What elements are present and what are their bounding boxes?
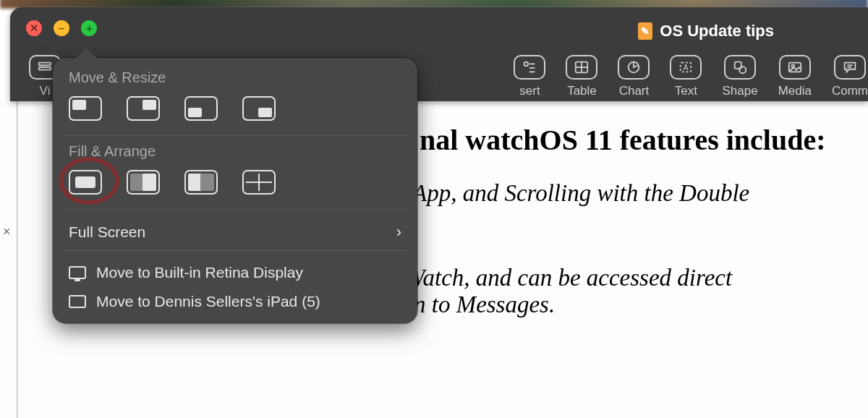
chart-label: Chart — [619, 84, 650, 98]
view-label: Vi — [40, 84, 51, 98]
text-label: Text — [675, 84, 697, 98]
chart-icon — [618, 55, 650, 80]
move-to-ipad-menuitem[interactable]: Move to Dennis Sellers's iPad (5) — [53, 287, 417, 316]
toolbar-insert[interactable]: sert — [514, 55, 545, 98]
toolbar-text[interactable]: A Text — [670, 55, 702, 98]
toolbar-comment[interactable]: Comm — [832, 55, 868, 98]
move-to-retina-menuitem[interactable]: Move to Built-in Retina Display — [53, 258, 417, 287]
toolbar-media[interactable]: Media — [778, 55, 812, 98]
fullscreen-label: Full Screen — [69, 223, 145, 241]
media-icon — [779, 55, 811, 80]
fill-arrange-row — [53, 167, 417, 206]
section-move-resize-label: Move & Resize — [53, 69, 417, 93]
shape-label: Shape — [722, 84, 757, 98]
svg-rect-1 — [39, 67, 51, 70]
text-icon: A — [670, 55, 702, 80]
arrange-quarters[interactable] — [242, 170, 276, 195]
move-ipad-label: Move to Dennis Sellers's iPad (5) — [96, 293, 320, 310]
comment-icon — [834, 55, 866, 80]
separator — [63, 135, 407, 136]
close-button[interactable]: ✕ — [26, 20, 42, 36]
arrange-fill[interactable] — [69, 170, 102, 195]
chevron-right-icon: › — [396, 223, 401, 242]
shape-icon — [724, 55, 756, 80]
document-line-2a: Watch, and can be accessed direct — [405, 265, 868, 291]
minimize-button[interactable]: – — [54, 20, 69, 36]
window-zoom-popover: Move & Resize Fill & Arrange Full Screen… — [53, 58, 417, 323]
table-label: Table — [567, 84, 597, 98]
toolbar-table[interactable]: Table — [566, 55, 597, 98]
arrange-right-half[interactable] — [184, 170, 218, 195]
comment-label: Comm — [832, 84, 868, 98]
move-top-right[interactable] — [127, 96, 160, 121]
display-icon — [69, 266, 86, 279]
separator — [63, 209, 407, 210]
move-bottom-left[interactable] — [184, 96, 218, 121]
media-label: Media — [778, 84, 812, 98]
document-heading: nal watchOS 11 features include: — [420, 123, 868, 157]
vertical-ruler — [0, 101, 17, 418]
move-bottom-right[interactable] — [242, 96, 276, 121]
svg-point-2 — [524, 62, 529, 67]
move-retina-label: Move to Built-in Retina Display — [96, 264, 303, 281]
fullscreen-menuitem[interactable]: Full Screen › — [53, 217, 417, 247]
document-line-1: App, and Scrolling with the Double — [412, 180, 868, 207]
svg-rect-0 — [39, 63, 51, 66]
svg-point-13 — [739, 67, 746, 73]
ipad-icon — [69, 295, 86, 308]
table-icon — [566, 55, 597, 80]
traffic-lights: ✕ – ＋ — [26, 20, 97, 36]
svg-text:A: A — [684, 64, 689, 72]
arrange-left-half[interactable] — [127, 170, 160, 195]
zoom-button[interactable]: ＋ — [81, 20, 97, 36]
insert-label: sert — [519, 84, 540, 98]
separator — [63, 250, 407, 251]
window-title-text: OS Update tips — [660, 22, 774, 40]
ruler-marker: × — [3, 224, 11, 239]
move-resize-row — [53, 93, 417, 132]
toolbar-shape[interactable]: Shape — [722, 55, 757, 98]
move-top-left[interactable] — [69, 96, 102, 121]
toolbar-chart[interactable]: Chart — [618, 55, 650, 98]
insert-icon — [514, 55, 545, 80]
section-fill-arrange-label: Fill & Arrange — [53, 143, 417, 167]
window-title: ✎ OS Update tips — [638, 22, 774, 40]
document-icon: ✎ — [638, 22, 652, 40]
